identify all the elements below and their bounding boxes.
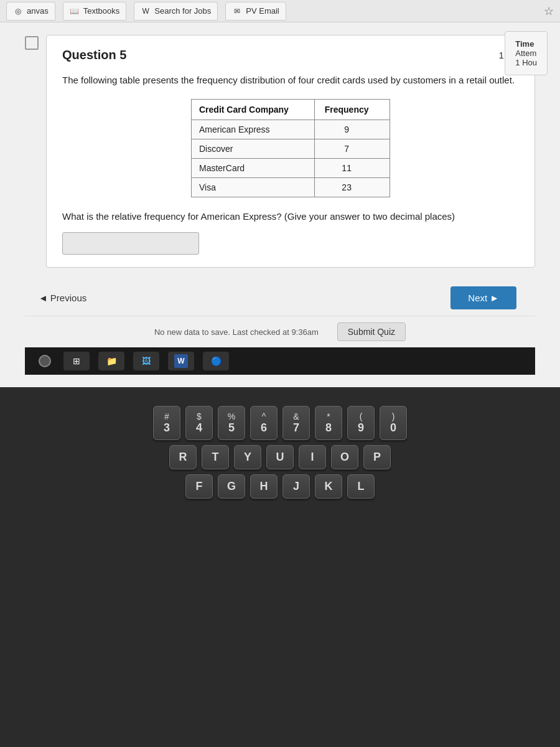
next-label: Next <box>468 293 487 303</box>
search-jobs-icon: W <box>141 6 151 16</box>
key-h[interactable]: H <box>250 474 278 499</box>
tab-bar: ◎ anvas 📖 Textbooks W Search for Jobs ✉ … <box>0 0 560 22</box>
time-panel: Time Attem 1 Hou <box>505 31 548 75</box>
next-button[interactable]: Next ► <box>450 286 516 309</box>
key-r[interactable]: R <box>169 445 197 469</box>
hours-label: 1 Hou <box>515 58 537 67</box>
key-t[interactable]: T <box>202 445 229 469</box>
freq-discover: 7 <box>315 139 390 158</box>
key-l[interactable]: L <box>347 474 375 499</box>
tab-pv-email[interactable]: ✉ PV Email <box>225 2 286 21</box>
key-5[interactable]: %5 <box>218 406 245 440</box>
status-message: No new data to save. Last checked at 9:3… <box>154 327 319 337</box>
previous-label: Previous <box>50 293 86 303</box>
key-9[interactable]: (9 <box>347 406 375 440</box>
attempt-label: Attem <box>515 49 537 58</box>
tab-pv-email-label: PV Email <box>246 6 279 16</box>
table-row: Visa 23 <box>192 177 390 197</box>
previous-button[interactable]: ◄ Previous <box>31 288 94 308</box>
key-u[interactable]: U <box>266 445 294 469</box>
key-6[interactable]: ^6 <box>250 406 278 440</box>
chrome-icon: 🔵 <box>209 354 223 368</box>
next-arrow-icon: ► <box>490 293 499 303</box>
key-g[interactable]: G <box>218 474 245 499</box>
taskbar: ⊞ 📁 🖼 W 🔵 <box>25 347 535 375</box>
windows-button[interactable] <box>35 351 55 371</box>
key-p[interactable]: P <box>363 445 391 469</box>
key-o[interactable]: O <box>331 445 358 469</box>
status-bar: No new data to save. Last checked at 9:3… <box>25 316 535 347</box>
table-header-frequency: Frequency <box>315 99 390 120</box>
freq-american-express: 9 <box>315 120 390 139</box>
key-8[interactable]: *8 <box>315 406 342 440</box>
key-y[interactable]: Y <box>234 445 261 469</box>
dark-area: #3 $4 %5 ^6 &7 *8 (9 )0 R T Y U I O P F … <box>0 387 560 747</box>
tab-textbooks-label: Textbooks <box>83 6 120 16</box>
pv-email-icon: ✉ <box>232 6 242 16</box>
taskbar-app-grid[interactable]: ⊞ <box>63 352 90 370</box>
followup-text: What is the relative frequency for Ameri… <box>62 210 519 224</box>
submit-quiz-button[interactable]: Submit Quiz <box>337 322 406 341</box>
company-discover: Discover <box>192 139 315 158</box>
windows-circle-icon <box>39 355 51 367</box>
tab-search-jobs-label: Search for Jobs <box>154 6 211 16</box>
company-american-express: American Express <box>192 120 315 139</box>
word-icon: W <box>174 354 188 368</box>
key-3[interactable]: #3 <box>153 406 180 440</box>
freq-mastercard: 11 <box>315 158 390 177</box>
folder-icon: 📁 <box>105 354 118 368</box>
tab-textbooks[interactable]: 📖 Textbooks <box>63 2 127 21</box>
frequency-table: Credit Card Company Frequency American E… <box>191 99 390 197</box>
image-icon: 🖼 <box>139 354 153 368</box>
key-4[interactable]: $4 <box>185 406 213 440</box>
answer-input-box[interactable] <box>62 232 199 255</box>
question-intro: The following table presents the frequen… <box>62 73 519 88</box>
textbooks-icon: 📖 <box>70 6 80 16</box>
company-visa: Visa <box>192 177 315 197</box>
key-f[interactable]: F <box>185 474 213 499</box>
table-row: Discover 7 <box>192 139 390 158</box>
table-row: MasterCard 11 <box>192 158 390 177</box>
keyboard-section: #3 $4 %5 ^6 &7 *8 (9 )0 R T Y U I O P F … <box>0 387 560 747</box>
table-row: American Express 9 <box>192 120 390 139</box>
taskbar-app-image[interactable]: 🖼 <box>133 352 159 370</box>
time-label: Time <box>515 39 537 49</box>
table-header-company: Credit Card Company <box>192 99 315 120</box>
canvas-icon: ◎ <box>13 6 23 16</box>
tab-canvas-label: anvas <box>27 6 49 16</box>
tab-search-jobs[interactable]: W Search for Jobs <box>134 2 218 21</box>
star-icon[interactable]: ☆ <box>544 4 554 18</box>
browser-area: Question 5 1 pts The following table pre… <box>0 22 560 387</box>
keyboard-row-1: #3 $4 %5 ^6 &7 *8 (9 )0 <box>12 406 548 440</box>
previous-arrow-icon: ◄ <box>39 293 48 303</box>
keyboard-row-2: R T Y U I O P <box>12 445 548 469</box>
key-i[interactable]: I <box>299 445 326 469</box>
navigation-row: ◄ Previous Next ► <box>25 280 535 316</box>
taskbar-app-word[interactable]: W <box>168 352 194 370</box>
key-k[interactable]: K <box>315 474 342 499</box>
keyboard-row-3: F G H J K L <box>12 474 548 499</box>
company-mastercard: MasterCard <box>192 158 315 177</box>
question-title: Question 5 <box>62 48 126 62</box>
key-0[interactable]: )0 <box>380 406 407 440</box>
grid-icon: ⊞ <box>70 354 83 368</box>
question-checkbox[interactable] <box>25 36 39 50</box>
taskbar-app-folder[interactable]: 📁 <box>98 352 124 370</box>
taskbar-app-chrome[interactable]: 🔵 <box>203 352 229 370</box>
freq-visa: 23 <box>315 177 390 197</box>
key-7[interactable]: &7 <box>282 406 310 440</box>
tab-canvas[interactable]: ◎ anvas <box>6 2 55 21</box>
key-j[interactable]: J <box>282 474 310 499</box>
